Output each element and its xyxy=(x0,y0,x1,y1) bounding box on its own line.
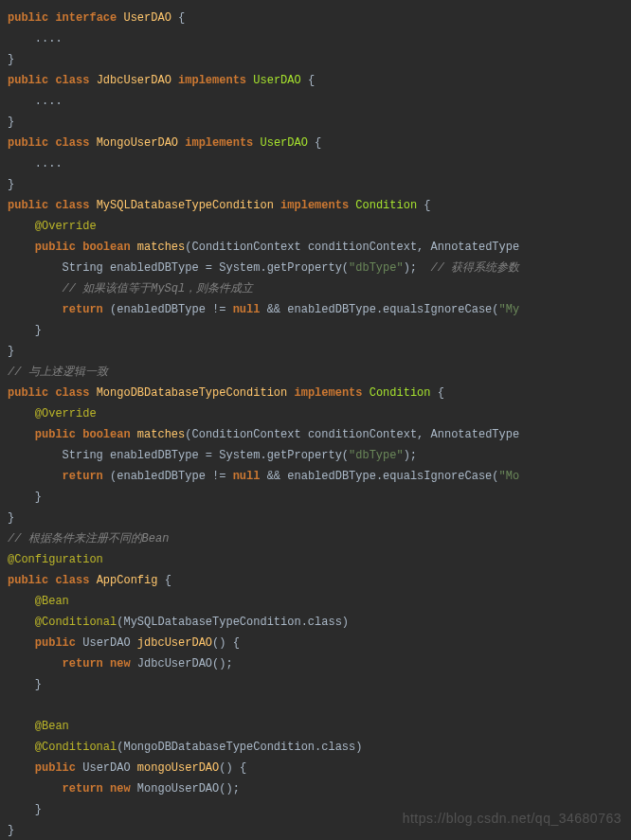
type-name: MySQLDatabaseTypeCondition xyxy=(97,199,274,212)
type-name: Condition xyxy=(355,199,417,212)
annotation: @Conditional xyxy=(35,616,117,629)
annotation: @Bean xyxy=(35,595,69,608)
brace: } xyxy=(8,824,14,837)
code-block: public interface UserDAO { .... } public… xyxy=(8,8,631,840)
dots: .... xyxy=(35,32,63,45)
annotation: @Conditional xyxy=(35,741,117,754)
params: (ConditionContext conditionContext, Anno… xyxy=(185,428,519,441)
code-text: ); xyxy=(404,449,417,462)
keyword: implements xyxy=(294,386,362,400)
code-text: String enabledDBType = System.getPropert… xyxy=(63,449,349,462)
keyword: public xyxy=(35,428,76,441)
keyword: return xyxy=(63,657,103,670)
brace: { xyxy=(178,11,185,25)
type-name: Condition xyxy=(370,386,431,400)
keyword: public xyxy=(35,636,76,650)
string: "My xyxy=(499,303,520,316)
annotation: @Override xyxy=(35,220,97,233)
keyword: null xyxy=(233,303,261,316)
keyword: class xyxy=(55,136,89,150)
brace: } xyxy=(8,178,14,191)
keyword: public xyxy=(8,136,48,150)
string: "Mo xyxy=(499,470,520,483)
blank-line xyxy=(8,699,14,712)
keyword: public xyxy=(8,11,48,25)
annotation: @Bean xyxy=(35,720,69,733)
code-text: && enabledDBType.equalsIgnoreCase( xyxy=(260,303,498,316)
keyword: boolean xyxy=(82,241,130,254)
params: (ConditionContext conditionContext, Anno… xyxy=(185,241,519,254)
keyword: public xyxy=(8,386,48,400)
keyword: public xyxy=(35,241,76,254)
keyword: public xyxy=(8,199,48,212)
code-text: (enabledDBType != xyxy=(110,303,233,316)
keyword: return xyxy=(63,782,103,795)
code-text: (enabledDBType != xyxy=(110,470,233,483)
brace: { xyxy=(315,136,321,150)
brace: { xyxy=(438,386,444,400)
call: MongoUserDAO(); xyxy=(137,782,240,795)
keyword: public xyxy=(35,761,76,775)
brace: } xyxy=(35,678,42,691)
return-type: UserDAO xyxy=(82,761,130,775)
dots: .... xyxy=(35,95,63,108)
keyword: return xyxy=(63,470,103,483)
brace: { xyxy=(165,574,171,587)
method-name: mongoUserDAO xyxy=(137,761,219,775)
type-name: MongoDBDatabaseTypeCondition xyxy=(97,386,288,400)
type-name: MongoUserDAO xyxy=(97,136,178,150)
call: JdbcUserDAO(); xyxy=(137,657,233,670)
keyword: class xyxy=(55,386,89,400)
keyword: class xyxy=(55,574,89,587)
brace: { xyxy=(424,199,430,212)
brace: } xyxy=(35,491,42,504)
keyword: implements xyxy=(178,74,246,87)
code-text: && enabledDBType.equalsIgnoreCase( xyxy=(260,470,498,483)
keyword: public xyxy=(8,574,48,587)
brace: } xyxy=(8,345,14,358)
code-text: String enabledDBType = System.getPropert… xyxy=(63,261,349,275)
type-name: UserDAO xyxy=(123,11,171,25)
code-text: ); xyxy=(404,261,417,275)
args: (MongoDBDatabaseTypeCondition.class) xyxy=(117,741,362,754)
method-name: jdbcUserDAO xyxy=(137,636,212,650)
brace: } xyxy=(8,116,14,129)
return-type: UserDAO xyxy=(82,636,130,650)
keyword: implements xyxy=(280,199,349,212)
type-name: UserDAO xyxy=(253,74,300,87)
annotation: @Override xyxy=(35,407,97,420)
annotation: @Configuration xyxy=(8,553,103,566)
type-name: AppConfig xyxy=(97,574,158,587)
brace: } xyxy=(8,53,14,66)
keyword: new xyxy=(110,782,131,795)
keyword: interface xyxy=(55,11,117,25)
string: "dbType" xyxy=(349,261,404,275)
type-name: UserDAO xyxy=(260,136,307,150)
comment: // 与上述逻辑一致 xyxy=(8,366,108,379)
paren: () { xyxy=(219,761,246,775)
keyword: new xyxy=(110,657,131,670)
brace: { xyxy=(308,74,315,87)
keyword: public xyxy=(8,74,48,87)
method-name: matches xyxy=(137,241,185,254)
dots: .... xyxy=(35,157,63,170)
brace: } xyxy=(8,511,14,525)
watermark-text: https://blog.csdn.net/qq_34680763 xyxy=(403,808,622,829)
brace: } xyxy=(35,324,42,337)
args: (MySQLDatabaseTypeCondition.class) xyxy=(117,616,349,629)
type-name: JdbcUserDAO xyxy=(97,74,171,87)
keyword: class xyxy=(55,74,89,87)
method-name: matches xyxy=(137,428,185,441)
comment: // 获得系统参数 xyxy=(430,261,519,275)
string: "dbType" xyxy=(349,449,404,462)
paren: () { xyxy=(212,636,240,650)
brace: } xyxy=(35,803,42,816)
keyword: null xyxy=(233,470,261,483)
keyword: return xyxy=(63,303,103,316)
keyword: boolean xyxy=(82,428,130,441)
keyword: implements xyxy=(185,136,253,150)
keyword: class xyxy=(55,199,89,212)
comment: // 根据条件来注册不同的Bean xyxy=(8,532,169,545)
comment: // 如果该值等于MySql，则条件成立 xyxy=(63,282,254,295)
